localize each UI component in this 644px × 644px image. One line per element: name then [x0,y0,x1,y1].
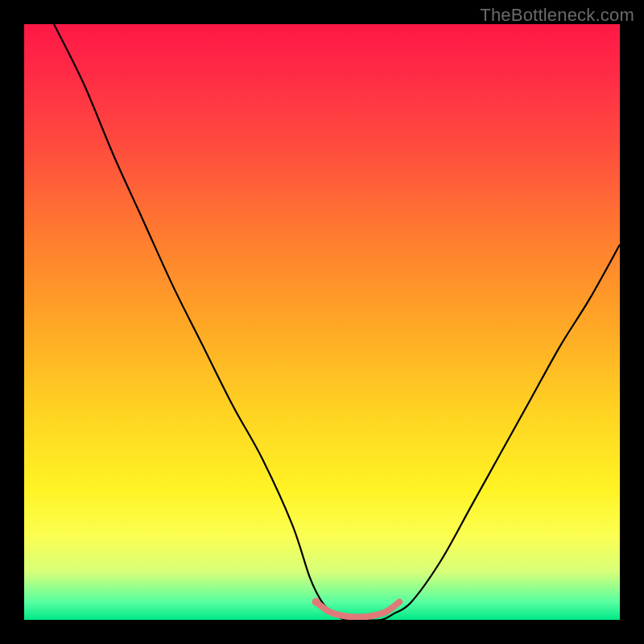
curve-layer [24,24,620,620]
watermark-text: TheBottleneck.com [480,5,634,26]
bottleneck-curve-path [54,24,620,620]
valley-highlight-dot [312,598,320,606]
plot-area [24,24,620,620]
valley-highlight-path [316,602,400,617]
chart-frame: TheBottleneck.com [0,0,644,644]
